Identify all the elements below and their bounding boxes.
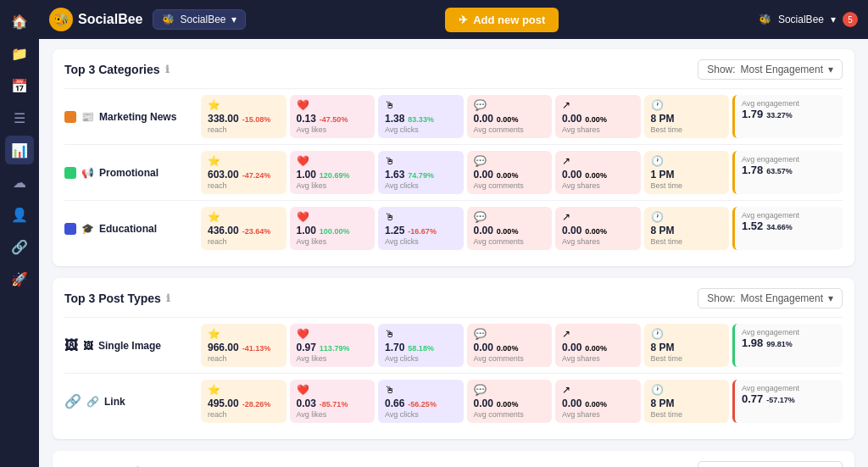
categories-title: Top 3 Categories ℹ xyxy=(64,63,170,76)
avg-engagement-label: Avg engagement xyxy=(742,99,836,108)
category-icon: 🎓 xyxy=(81,223,94,235)
metric-change: 0.00% xyxy=(497,227,519,236)
metric-cell: 🖱 1.38 83.33% Avg clicks xyxy=(378,95,464,138)
avg-engagement-value: 1.79 33.27% xyxy=(742,108,836,120)
metric-value: 0.00 xyxy=(562,169,581,181)
metric-change: 58.18% xyxy=(408,344,434,353)
chevron-down-icon: ▾ xyxy=(231,14,236,25)
metric-icon: ↗ xyxy=(562,99,634,111)
metric-value: 0.00 xyxy=(474,113,493,125)
metric-cell: 🕐 8 PM Best time xyxy=(644,95,730,138)
metric-cell: ⭐ 338.00 -15.08% reach xyxy=(201,95,287,138)
metric-value: 1.63 xyxy=(385,169,404,181)
metric-icon: 🖱 xyxy=(385,155,457,167)
metrics-container: ⭐ 495.00 -28.26% reach ❤️ 0.03 -85.71% A… xyxy=(201,380,843,423)
metric-label: Avg clicks xyxy=(385,237,457,246)
avg-engagement: Avg engagement 1.79 33.27% xyxy=(732,95,843,138)
data-row: 🔗 🔗 Link ⭐ 495.00 -28.26% reach ❤️ 0.03 … xyxy=(64,373,843,429)
metric-cell: ❤️ 1.00 120.69% Avg likes xyxy=(290,151,376,194)
metric-value: 436.00 xyxy=(208,225,239,236)
metric-label: Avg likes xyxy=(297,410,369,419)
post-types-title-text: Top 3 Post Types xyxy=(64,292,161,305)
metric-change: 120.69% xyxy=(320,171,350,180)
metric-value: 338.00 xyxy=(208,113,239,125)
sidebar-item-rocket[interactable]: 🚀 xyxy=(5,264,34,293)
metric-cell: 🕐 8 PM Best time xyxy=(644,324,730,367)
sidebar-item-folders[interactable]: 📁 xyxy=(5,39,34,68)
metric-cell: 💬 0.00 0.00% Avg comments xyxy=(467,207,553,250)
posts-show-selector[interactable]: Show: Most Engagement ▾ xyxy=(698,461,843,467)
metric-change: -23.64% xyxy=(242,227,271,236)
metric-value: 495.00 xyxy=(208,398,239,409)
data-row: 🎓 Educational ⭐ 436.00 -23.64% reach ❤️ … xyxy=(64,200,843,256)
data-row: 📰 Marketing News ⭐ 338.00 -15.08% reach … xyxy=(64,88,843,144)
metric-value: 1.25 xyxy=(385,225,404,236)
metric-cell: 💬 0.00 0.00% Avg comments xyxy=(467,95,553,138)
avg-engagement-label: Avg engagement xyxy=(742,328,836,336)
metric-label: Avg shares xyxy=(562,237,634,246)
metric-icon: ⭐ xyxy=(208,328,280,340)
metrics-container: ⭐ 966.00 -41.13% reach ❤️ 0.97 113.79% A… xyxy=(201,324,843,367)
metric-cell: ❤️ 0.03 -85.71% Avg likes xyxy=(290,380,376,423)
category-color xyxy=(64,167,76,179)
metric-value: 0.66 xyxy=(385,398,404,409)
account-name: SocialBee xyxy=(180,14,225,25)
metric-change: 0.00% xyxy=(585,227,607,236)
avg-engagement-value: 0.77 -57.17% xyxy=(742,392,836,405)
metric-label: Best time xyxy=(651,125,723,134)
show-value-pt: Most Engagement xyxy=(741,292,823,304)
main-content: 🐝 SocialBee 🐝 SocialBee ▾ ✈ Add new post… xyxy=(39,0,868,467)
metric-value: 0.03 xyxy=(297,398,316,409)
notification-badge[interactable]: 5 xyxy=(843,12,858,27)
metric-label: reach xyxy=(208,237,280,246)
metric-label: Avg comments xyxy=(474,125,546,134)
category-icon: 📰 xyxy=(81,111,94,123)
metric-label: Avg likes xyxy=(297,125,369,134)
metric-cell: ⭐ 603.00 -47.24% reach xyxy=(201,151,287,194)
sidebar-item-analytics[interactable]: 📊 xyxy=(5,136,34,164)
avg-engagement-pct: 34.66% xyxy=(766,223,793,231)
metric-label: Avg clicks xyxy=(385,125,457,134)
brand: 🐝 SocialBee xyxy=(49,8,142,31)
post-type-icon: 🔗 xyxy=(64,393,81,409)
metric-value: 0.00 xyxy=(474,225,493,236)
add-post-button[interactable]: ✈ Add new post xyxy=(445,8,559,32)
metric-change: 0.00% xyxy=(497,344,519,353)
info-icon-post-types[interactable]: ℹ xyxy=(166,292,170,304)
metric-change: -56.25% xyxy=(408,400,437,409)
sidebar-item-list[interactable]: ☰ xyxy=(5,103,34,132)
avg-engagement-label: Avg engagement xyxy=(742,211,836,220)
post-types-title: Top 3 Post Types ℹ xyxy=(64,292,170,305)
post-types-show-selector[interactable]: Show: Most Engagement ▾ xyxy=(698,288,843,309)
categories-title-text: Top 3 Categories xyxy=(64,63,160,76)
sidebar-item-cloud[interactable]: ☁ xyxy=(5,168,34,197)
sidebar-item-users[interactable]: 👤 xyxy=(5,200,34,229)
metric-value: 1.00 xyxy=(297,169,316,181)
avg-engagement-pct: 99.81% xyxy=(766,340,793,348)
metric-label: Avg shares xyxy=(562,354,634,363)
posts-header: Top 3 Posts ℹ Show: Most Engagement ▾ xyxy=(64,461,843,467)
sidebar-item-calendar[interactable]: 📅 xyxy=(5,71,34,100)
metric-icon: 🖱 xyxy=(385,384,457,396)
bee-icon-small: 🐝 xyxy=(162,14,175,25)
row-name: Promotional xyxy=(99,167,159,179)
categories-rows: 📰 Marketing News ⭐ 338.00 -15.08% reach … xyxy=(64,88,843,256)
metric-cell: ↗ 0.00 0.00% Avg shares xyxy=(555,380,641,423)
sidebar-item-link[interactable]: 🔗 xyxy=(5,232,34,261)
category-icon: 🖼 xyxy=(83,340,93,352)
metric-change: 0.00% xyxy=(585,400,607,409)
metric-label: reach xyxy=(208,125,280,134)
avg-engagement: Avg engagement 0.77 -57.17% xyxy=(732,380,843,423)
row-label: 🎓 Educational xyxy=(64,223,196,235)
metric-value: 0.00 xyxy=(562,225,581,236)
sidebar-item-home[interactable]: 🏠 xyxy=(5,7,34,36)
metric-change: -16.67% xyxy=(408,227,437,236)
metric-icon: 💬 xyxy=(474,328,546,340)
categories-show-selector[interactable]: Show: Most Engagement ▾ xyxy=(698,59,843,80)
account-selector[interactable]: 🐝 SocialBee ▾ xyxy=(153,9,245,30)
metric-value: 8 PM xyxy=(651,342,675,353)
show-value: Most Engagement xyxy=(741,64,823,75)
category-icon: 🔗 xyxy=(86,396,99,408)
metric-label: Avg comments xyxy=(474,354,546,363)
info-icon-categories[interactable]: ℹ xyxy=(165,64,170,75)
